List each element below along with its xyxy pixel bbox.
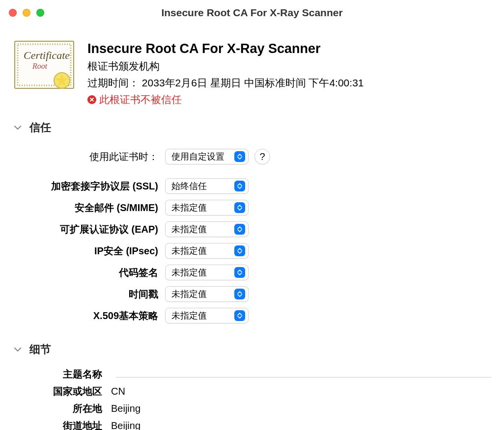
certificate-status-text: 此根证书不被信任 — [99, 93, 182, 107]
content: Certificate Root Insecure Root CA For X-… — [0, 26, 504, 430]
trust-timestamp-row: 时间戳 未指定值 — [13, 286, 491, 302]
trust-ipsec-value: 未指定值 — [171, 245, 207, 257]
trust-codesign-label: 代码签名 — [13, 266, 165, 279]
window-controls — [9, 9, 44, 17]
trust-codesign-select[interactable]: 未指定值 — [165, 265, 249, 280]
trust-timestamp-value: 未指定值 — [171, 288, 207, 300]
fullscreen-window-button[interactable] — [36, 9, 44, 17]
updown-icon — [234, 151, 245, 162]
trust-x509-row: X.509基本策略 未指定值 — [13, 308, 491, 323]
details-section-header[interactable]: 细节 — [13, 342, 491, 357]
trust-ssl-label: 加密套接字协议层 (SSL) — [13, 180, 165, 193]
updown-icon — [234, 310, 245, 321]
expiry-label: 过期时间： — [87, 77, 139, 88]
certificate-authority-type: 根证书颁发机构 — [87, 59, 364, 73]
svg-text:Root: Root — [32, 62, 48, 70]
help-icon: ? — [259, 151, 265, 162]
certificate-name: Insecure Root CA For X-Ray Scanner — [87, 41, 364, 56]
trust-eap-label: 可扩展认证协议 (EAP) — [13, 223, 165, 236]
trust-ipsec-row: IP安全 (IPsec) 未指定值 — [13, 243, 491, 259]
trust-codesign-value: 未指定值 — [171, 267, 207, 278]
titlebar: Insecure Root CA For X-Ray Scanner — [0, 0, 504, 26]
trust-ipsec-select[interactable]: 未指定值 — [165, 243, 249, 259]
window-title: Insecure Root CA For X-Ray Scanner — [0, 7, 504, 19]
chevron-down-icon — [13, 123, 23, 133]
updown-icon — [234, 181, 245, 191]
trust-ipsec-label: IP安全 (IPsec) — [13, 244, 165, 258]
divider — [116, 377, 491, 377]
detail-street-row: 街道地址 Beijing — [13, 419, 491, 430]
svg-text:Certificate: Certificate — [24, 49, 70, 61]
certificate-header-text: Insecure Root CA For X-Ray Scanner 根证书颁发… — [87, 41, 364, 107]
updown-icon — [234, 224, 245, 235]
trust-eap-select[interactable]: 未指定值 — [165, 221, 249, 237]
updown-icon — [234, 267, 245, 278]
updown-icon — [234, 202, 245, 213]
trust-smime-label: 安全邮件 (S/MIME) — [13, 201, 165, 215]
detail-country-label: 国家或地区 — [13, 385, 111, 398]
certificate-trust-status: 此根证书不被信任 — [87, 93, 364, 107]
certificate-icon: Certificate Root — [13, 38, 76, 93]
trust-section-title: 信任 — [29, 120, 51, 135]
trust-eap-value: 未指定值 — [171, 223, 207, 235]
detail-street-value: Beijing — [111, 420, 140, 430]
trust-x509-label: X.509基本策略 — [13, 309, 165, 322]
trust-codesign-row: 代码签名 未指定值 — [13, 265, 491, 280]
use-cert-label: 使用此证书时： — [13, 150, 165, 163]
trust-smime-select[interactable]: 未指定值 — [165, 200, 249, 215]
trust-x509-select[interactable]: 未指定值 — [165, 308, 249, 323]
use-cert-select-value: 使用自定设置 — [171, 151, 224, 162]
certificate-expiry: 过期时间： 2033年2月6日 星期日 中国标准时间 下午4:00:31 — [87, 76, 364, 90]
trust-section: 信任 使用此证书时： 使用自定设置 ? 加密套接字协议层 (SSL) — [13, 120, 491, 323]
trust-ssl-row: 加密套接字协议层 (SSL) 始终信任 — [13, 178, 491, 194]
details-section-title: 细节 — [29, 342, 51, 357]
detail-locality-label: 所在地 — [13, 402, 111, 415]
close-window-button[interactable] — [9, 9, 17, 17]
trust-timestamp-select[interactable]: 未指定值 — [165, 286, 249, 302]
use-cert-select[interactable]: 使用自定设置 — [165, 149, 249, 164]
updown-icon — [234, 289, 245, 299]
error-icon — [87, 95, 96, 104]
chevron-down-icon — [13, 345, 23, 354]
trust-timestamp-label: 时间戳 — [13, 288, 165, 301]
detail-locality-row: 所在地 Beijing — [13, 402, 491, 415]
detail-street-label: 街道地址 — [13, 419, 111, 430]
detail-locality-value: Beijing — [111, 403, 140, 414]
minimize-window-button[interactable] — [23, 9, 30, 17]
updown-icon — [234, 245, 245, 256]
trust-section-header[interactable]: 信任 — [13, 120, 491, 135]
subject-name-heading: 主题名称 — [13, 368, 111, 381]
details-body: 主题名称 国家或地区 CN 所在地 Beijing 街道地址 Beijing 组… — [13, 368, 491, 430]
subject-name-heading-row: 主题名称 — [13, 368, 491, 381]
detail-country-value: CN — [111, 386, 125, 397]
trust-ssl-value: 始终信任 — [171, 180, 207, 192]
trust-form: 使用此证书时： 使用自定设置 ? 加密套接字协议层 (SSL) 始终信任 — [13, 149, 491, 323]
expiry-value: 2033年2月6日 星期日 中国标准时间 下午4:00:31 — [142, 77, 364, 88]
detail-country-row: 国家或地区 CN — [13, 385, 491, 398]
details-section: 细节 主题名称 国家或地区 CN 所在地 Beijing 街道地址 Beijin… — [13, 342, 491, 430]
trust-smime-row: 安全邮件 (S/MIME) 未指定值 — [13, 200, 491, 215]
trust-ssl-select[interactable]: 始终信任 — [165, 178, 249, 194]
use-cert-row: 使用此证书时： 使用自定设置 ? — [13, 149, 491, 164]
certificate-header: Certificate Root Insecure Root CA For X-… — [13, 41, 491, 107]
trust-eap-row: 可扩展认证协议 (EAP) 未指定值 — [13, 221, 491, 237]
trust-x509-value: 未指定值 — [171, 310, 207, 322]
trust-smime-value: 未指定值 — [171, 202, 207, 214]
help-button[interactable]: ? — [254, 149, 270, 164]
